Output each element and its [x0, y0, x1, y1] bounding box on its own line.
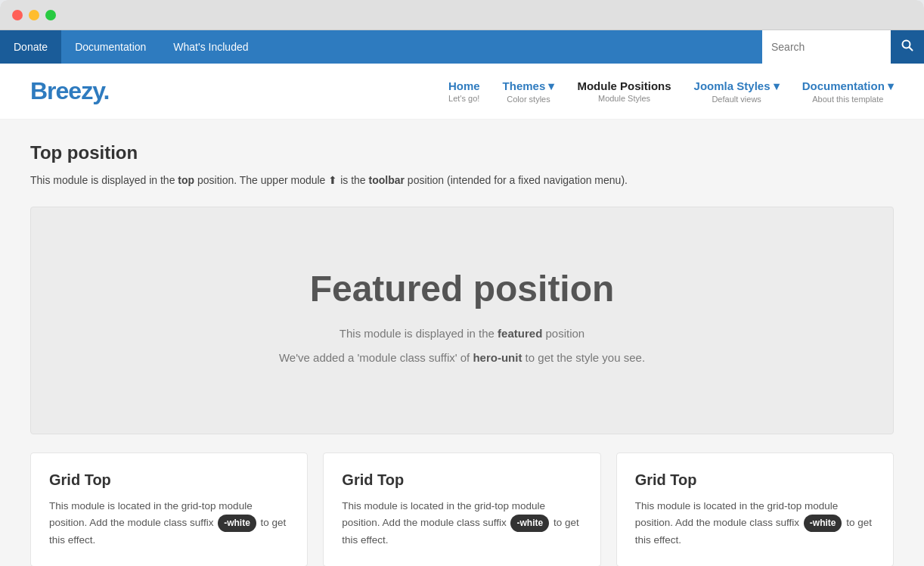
nav-item-themes[interactable]: Themes ▾ Color styles — [503, 79, 555, 104]
search-bar — [762, 30, 924, 64]
top-nav-documentation[interactable]: Documentation — [61, 30, 160, 64]
nav-item-documentation[interactable]: Documentation ▾ About this template — [802, 79, 894, 104]
arrow-up-icon: ⬆ — [328, 173, 337, 188]
nav-label-documentation: Documentation ▾ — [802, 79, 894, 93]
featured-hero-section: Featured position This module is display… — [30, 207, 894, 434]
grid-cards-row: Grid Top This module is located in the g… — [30, 452, 894, 566]
nav-sub-home: Let's go! — [448, 94, 479, 103]
top-nav-links: Donate Documentation What's Included — [0, 30, 762, 64]
grid-card-1-title: Grid Top — [49, 471, 289, 489]
nav-item-home[interactable]: Home Let's go! — [448, 79, 480, 103]
nav-label-themes: Themes ▾ — [503, 79, 555, 93]
grid-card-3: Grid Top This module is located in the g… — [616, 452, 894, 566]
nav-sub-themes: Color styles — [507, 95, 550, 104]
main-nav-links: Home Let's go! Themes ▾ Color styles Mod… — [448, 79, 894, 104]
grid-card-1: Grid Top This module is located in the g… — [30, 452, 308, 566]
nav-sub-module-positions: Module Styles — [598, 94, 650, 103]
svg-line-1 — [910, 48, 913, 51]
featured-heading: Featured position — [61, 268, 863, 309]
grid-card-3-title: Grid Top — [635, 471, 875, 489]
traffic-lights — [12, 10, 56, 20]
search-input[interactable] — [762, 30, 891, 64]
nav-sub-joomla-styles: Default views — [712, 95, 761, 104]
nav-sub-documentation: About this template — [812, 95, 883, 104]
grid-card-2-title: Grid Top — [342, 471, 581, 489]
top-nav-whats-included[interactable]: What's Included — [160, 30, 262, 64]
content-area: Top position This module is displayed in… — [0, 120, 924, 566]
nav-label-module-positions: Module Positions — [577, 79, 671, 92]
window-chrome — [0, 0, 924, 30]
search-button[interactable] — [891, 30, 924, 64]
grid-card-2-badge: -white — [510, 515, 549, 532]
top-nav-donate[interactable]: Donate — [0, 30, 61, 64]
nav-item-module-positions[interactable]: Module Positions Module Styles — [577, 79, 671, 103]
nav-item-joomla-styles[interactable]: Joomla Styles ▾ Default views — [694, 79, 780, 104]
featured-line2: We've added a 'module class suffix' of h… — [61, 349, 863, 367]
search-icon — [901, 39, 913, 54]
grid-card-2: Grid Top This module is located in the g… — [323, 452, 600, 566]
main-navbar: Breezy. Home Let's go! Themes ▾ Color st… — [0, 64, 924, 120]
featured-line1: This module is displayed in the featured… — [61, 325, 863, 343]
nav-label-joomla-styles: Joomla Styles ▾ — [694, 79, 780, 93]
close-button[interactable] — [12, 10, 23, 20]
intro-text: This module is displayed in the top posi… — [30, 173, 894, 188]
grid-card-1-badge: -white — [218, 515, 256, 532]
page-title: Top position — [30, 142, 894, 163]
grid-card-3-text: This module is located in the grid-top m… — [635, 498, 875, 548]
grid-card-2-text: This module is located in the grid-top m… — [342, 498, 581, 548]
grid-card-3-badge: -white — [804, 515, 842, 532]
nav-label-home: Home — [448, 79, 480, 92]
site-logo[interactable]: Breezy. — [30, 77, 109, 105]
top-navbar: Donate Documentation What's Included — [0, 30, 924, 64]
maximize-button[interactable] — [45, 10, 56, 20]
minimize-button[interactable] — [29, 10, 39, 20]
grid-card-1-text: This module is located in the grid-top m… — [49, 498, 289, 548]
